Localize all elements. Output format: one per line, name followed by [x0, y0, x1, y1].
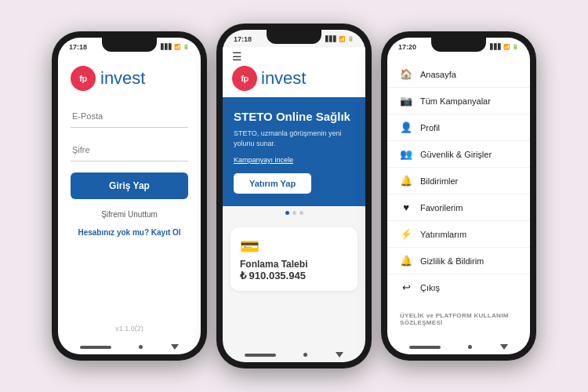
fp-logo-1: fp	[71, 66, 96, 91]
menu-item-label: Anasayfa	[420, 70, 456, 79]
menu-item-label: Çıkış	[420, 283, 440, 292]
card-amount: ₺ 910.035.945	[240, 270, 348, 281]
menu-item[interactable]: 🔔 Bildirimler	[387, 168, 530, 194]
funding-card: 💳 Fonlama Talebi ₺ 910.035.945	[230, 227, 358, 291]
menu-item-label: Gizlilik & Bildirim	[420, 256, 484, 266]
menu-item[interactable]: ↩ Çıkış	[387, 274, 530, 300]
dot-2	[292, 211, 296, 215]
status-icons-1: ▋▋▋ 📶 🔋	[161, 44, 190, 50]
menu-item-icon: 👥	[400, 148, 412, 160]
promo-banner: STETO Online Sağlık STETO, uzmanla görüş…	[223, 97, 365, 206]
email-field[interactable]	[71, 105, 188, 128]
dot-1	[285, 211, 289, 215]
menu-item-label: Yatırımlarım	[420, 230, 466, 239]
login-screen: 17:18 ▋▋▋ 📶 🔋 fp invest Giriş Yap Şifrem…	[58, 38, 201, 354]
password-field[interactable]	[71, 139, 188, 162]
menu-item-label: Profil	[420, 123, 440, 132]
login-button[interactable]: Giriş Yap	[71, 172, 188, 199]
menu-footer: ÜYELİK ve PLATFORM KULLANIM SÖZLEŞMESİ	[387, 306, 530, 332]
login-content: fp invest Giriş Yap Şifremi Unuttum Hesa…	[58, 55, 201, 332]
invest-button[interactable]: Yatırım Yap	[234, 173, 311, 194]
menu-item-icon: ⚡	[400, 228, 412, 240]
menu-item-label: Tüm Kampanyalar	[420, 96, 491, 106]
notch	[102, 38, 157, 52]
menu-item-icon: ↩	[400, 281, 412, 293]
recent-btn-3	[500, 344, 508, 350]
status-icons-3: ▋▋▋ 📶 🔋	[490, 44, 519, 50]
menu-item[interactable]: ⚡ Yatırımlarım	[387, 221, 530, 248]
bottom-bar-3	[387, 344, 530, 350]
menu-item[interactable]: ♥ Favorilerim	[387, 194, 530, 221]
menu-item[interactable]: 👤 Profil	[387, 114, 530, 141]
home-btn-2	[303, 353, 307, 357]
card-title: Fonlama Talebi	[240, 259, 348, 270]
hamburger-icon[interactable]: ☰	[232, 50, 356, 63]
menu-item-icon: 📷	[400, 95, 412, 107]
home-screen: 17:18 ▋▋▋ 📶 🔋 ☰ fp invest STETO Online S…	[223, 30, 365, 362]
time-3: 17:20	[398, 43, 416, 51]
time-2: 17:18	[234, 35, 252, 43]
banner-title: STETO Online Sağlık	[234, 110, 354, 124]
logo-area-2: fp invest	[232, 66, 356, 91]
menu-item-icon: 🔔	[400, 255, 412, 267]
status-icons-2: ▋▋▋ 📶 🔋	[325, 36, 354, 42]
app-name-2: invest	[261, 68, 306, 89]
back-btn-2	[245, 354, 276, 357]
notch-3	[431, 38, 486, 52]
menu-item-label: Güvenlik & Girişler	[420, 150, 492, 159]
notch-2	[267, 30, 321, 44]
fp-logo-2: fp	[232, 66, 257, 91]
home-btn-1	[139, 345, 143, 349]
menu-item-label: Bildirimler	[420, 176, 458, 186]
forgot-password-link[interactable]: Şifremi Unuttum	[71, 210, 188, 219]
register-text: Hesabınız yok mu? Kayıt Ol	[71, 228, 188, 237]
phone-login: 17:18 ▋▋▋ 📶 🔋 fp invest Giriş Yap Şifrem…	[52, 31, 207, 361]
bottom-bar-2	[223, 352, 365, 358]
register-link[interactable]: Kayıt Ol	[151, 228, 181, 237]
menu-item-icon: 🔔	[400, 175, 412, 187]
phone-menu: 17:20 ▋▋▋ 📶 🔋 🏠 Anasayfa 📷 Tüm Kampanyal…	[381, 31, 536, 361]
menu-screen: 17:20 ▋▋▋ 📶 🔋 🏠 Anasayfa 📷 Tüm Kampanyal…	[387, 38, 530, 354]
dot-3	[299, 211, 303, 215]
back-btn-3	[409, 346, 441, 349]
banner-link[interactable]: Kampanyayı incele	[234, 156, 354, 164]
menu-item[interactable]: 👥 Güvenlik & Girişler	[387, 141, 530, 168]
card-icon: 💳	[240, 237, 348, 256]
menu-item[interactable]: 📷 Tüm Kampanyalar	[387, 88, 530, 114]
bottom-bar-1	[58, 344, 201, 350]
carousel-dots	[223, 206, 365, 220]
recent-btn-1	[171, 344, 179, 350]
phones-container: 17:18 ▋▋▋ 📶 🔋 fp invest Giriş Yap Şifrem…	[0, 0, 588, 392]
home-btn-3	[468, 345, 472, 349]
menu-list: 🏠 Anasayfa 📷 Tüm Kampanyalar 👤 Profil 👥 …	[387, 55, 530, 307]
home-header: ☰ fp invest	[223, 47, 365, 97]
menu-item-icon: 🏠	[400, 68, 412, 80]
banner-subtitle: STETO, uzmanla görüşmenin yeni yolunu su…	[234, 129, 354, 148]
app-name-1: invest	[100, 68, 145, 89]
logo-area-1: fp invest	[71, 66, 188, 91]
recent-btn-2	[336, 352, 343, 358]
back-btn-1	[80, 346, 111, 349]
menu-item[interactable]: 🏠 Anasayfa	[387, 61, 530, 88]
menu-item-icon: 👤	[400, 122, 412, 133]
menu-item-label: Favorilerim	[420, 203, 463, 212]
phone-home: 17:18 ▋▋▋ 📶 🔋 ☰ fp invest STETO Online S…	[216, 24, 372, 368]
menu-item-icon: ♥	[400, 201, 412, 213]
version-text: v1.1.0(2)	[58, 325, 201, 332]
menu-item[interactable]: 🔔 Gizlilik & Bildirim	[387, 248, 530, 274]
time-1: 17:18	[69, 43, 87, 51]
